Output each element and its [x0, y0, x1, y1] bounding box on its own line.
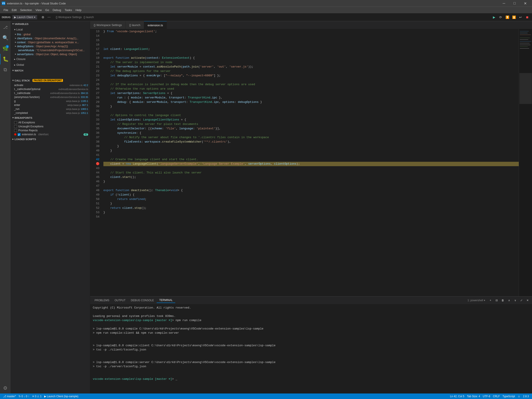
- settings-icon[interactable]: ⚙: [40, 14, 46, 20]
- search-icon[interactable]: 🔍: [0, 33, 11, 43]
- breakpoint-uncaught-exceptions[interactable]: Uncaught Exceptions: [12, 124, 89, 129]
- code-line: let clientOptions: LanguageClientOptions…: [103, 118, 519, 122]
- more-icon[interactable]: ⋯: [46, 14, 52, 20]
- call-stack-activate[interactable]: activate extension.ts 42:2: [12, 83, 89, 87]
- call-stack-callactivate[interactable]: t._callActivate extHostExtensionService.…: [12, 91, 89, 95]
- global-header[interactable]: ▸ Global: [12, 62, 89, 68]
- shell-selector[interactable]: 1: powershell ▾: [468, 299, 485, 302]
- call-stack-completed[interactable]: _completed winjs.base.js 1051:1: [12, 111, 89, 115]
- tab-terminal[interactable]: TERMINAL: [157, 298, 175, 303]
- step-out-button[interactable]: ⏫: [511, 14, 517, 20]
- minimize-button[interactable]: ─: [499, 0, 509, 7]
- tab-workspace-settings[interactable]: {} Workspace Settings: [90, 21, 126, 29]
- add-terminal-icon[interactable]: +: [488, 298, 493, 303]
- tab-problems[interactable]: PROBLEMS: [92, 298, 112, 303]
- launch-tab[interactable]: {} launch: [83, 16, 94, 19]
- loaded-scripts-header[interactable]: ▸ LOADED SCRIPTS: [11, 136, 90, 142]
- terminal-icons: 1: powershell ▾ + ⊟ 🗑 ∧ ∨ ⤢ ✕: [468, 298, 530, 303]
- step-over-button[interactable]: ⟳: [498, 14, 504, 20]
- restart-button[interactable]: ↩: [517, 14, 524, 20]
- menu-file[interactable]: File: [2, 7, 10, 12]
- terminal-line: > lsp-sample@1.0.0 compile:server C:\Use…: [93, 360, 529, 364]
- local-header[interactable]: ▾ Local: [12, 27, 89, 32]
- maximize-terminal-icon[interactable]: ⤢: [519, 298, 524, 303]
- breakpoint-all-exceptions[interactable]: All Exceptions: [12, 121, 89, 124]
- bp-checkbox-promise[interactable]: [14, 129, 17, 132]
- call-stack-anonymous[interactable]: (anonymous function) extHostExtensionSer…: [12, 95, 89, 99]
- sync-status[interactable]: ↻ 0 ↓ 0 ↑: [17, 393, 31, 399]
- terminal-prompt-line: vscode-extension-samples\lsp-sample [mas…: [93, 377, 529, 381]
- call-stack-g[interactable]: g winjs.base.js 1185:1: [12, 99, 89, 103]
- scroll-down-icon[interactable]: ∨: [513, 298, 518, 303]
- menu-go[interactable]: Go: [44, 7, 51, 12]
- bp-checkbox-extension[interactable]: [18, 133, 20, 136]
- stop-button[interactable]: ⏹: [524, 14, 530, 20]
- menu-edit[interactable]: Edit: [10, 7, 18, 12]
- code-line: [103, 166, 519, 171]
- breakpoint-extension-ts[interactable]: extension.ts client\src 42: [12, 132, 89, 136]
- delete-terminal-icon[interactable]: 🗑: [500, 298, 506, 303]
- branch-status[interactable]: ⎇ master*: [2, 393, 17, 399]
- activity-bar: ⎇ 🔍 🌿 1 🐛 ⧉ ⚙: [0, 21, 11, 393]
- code-line: }: [103, 148, 519, 153]
- errors-status[interactable]: ✕ 0 ⚠ 1: [31, 393, 43, 399]
- var-this[interactable]: ▸ this : global: [12, 32, 89, 37]
- watch-section-header[interactable]: ▾ WATCH: [11, 68, 90, 73]
- continue-button[interactable]: ▶: [491, 14, 497, 20]
- call-stack-enter[interactable]: enter winjs.base.js 867:1: [12, 103, 89, 107]
- close-button[interactable]: ✕: [520, 0, 530, 7]
- encoding[interactable]: UTF-8: [481, 395, 492, 398]
- svg-rect-5: [520, 38, 530, 38]
- debug-client-status[interactable]: ▶ Launch Client (lsp-sample): [43, 393, 80, 399]
- bp-checkbox-uncaught[interactable]: [14, 125, 17, 128]
- maximize-button[interactable]: □: [509, 0, 520, 7]
- tab-debug-console[interactable]: DEBUG CONSOLE: [128, 298, 157, 303]
- debug-icon[interactable]: 🐛: [0, 54, 11, 64]
- menu-selection[interactable]: Selection: [18, 7, 34, 12]
- call-stack-callactivateoptional[interactable]: t._callActivateOptional extHostExtension…: [12, 87, 89, 91]
- breakpoints-section-header[interactable]: ▾ BREAKPOINTS: [11, 115, 90, 121]
- source-control-icon[interactable]: 🌿 1: [0, 43, 11, 54]
- scroll-up-icon[interactable]: ∧: [506, 298, 512, 303]
- menu-tasks[interactable]: Tasks: [63, 7, 74, 12]
- tab-launch[interactable]: {} launch: [126, 21, 144, 29]
- code-line: let client: LanguageClient;: [103, 47, 519, 51]
- step-into-button[interactable]: ⏬: [504, 14, 510, 20]
- var-context[interactable]: ▸ context : Object {globalState: e, work…: [12, 40, 89, 44]
- cursor-position[interactable]: Ln 42, Col 5: [449, 395, 466, 398]
- terminal-content[interactable]: Copyright (C) Microsoft Corporation. All…: [90, 304, 532, 393]
- chevron-right-icon: ▸: [12, 138, 14, 141]
- tab-output[interactable]: OUTPUT: [112, 298, 128, 303]
- tab-size[interactable]: Tab Size: 4: [466, 395, 481, 398]
- code-lines[interactable]: } from 'vscode-languageclient'; let clie…: [101, 29, 519, 296]
- breakpoint-promise-rejects[interactable]: Promise Rejects: [12, 129, 89, 132]
- settings-icon[interactable]: ⚙: [0, 383, 11, 393]
- tab-extension-ts[interactable]: extension.ts: [144, 21, 167, 29]
- call-stack-run[interactable]: _run winjs.base.js 1083:1: [12, 107, 89, 111]
- feedback-icon[interactable]: ☺: [516, 395, 522, 398]
- var-debug-options[interactable]: ▸ debugOptions : Object {execArgv: Array…: [12, 44, 89, 48]
- menu-view[interactable]: View: [34, 7, 44, 12]
- menu-debug[interactable]: Debug: [51, 7, 63, 12]
- call-stack-section-header[interactable]: ▾ CALL STACK PAUSED ON BREAKPOINT: [11, 78, 90, 83]
- extensions-icon[interactable]: ⧉: [0, 64, 11, 75]
- code-line: } from 'vscode-languageclient';: [103, 29, 519, 34]
- var-server-module[interactable]: serverModule : "C:\Users\dirkb\Projects\…: [12, 48, 89, 52]
- terminal-line: [93, 368, 529, 373]
- version[interactable]: 2.8.3: [522, 395, 530, 398]
- line-ending[interactable]: CRLF: [492, 395, 501, 398]
- variables-section-header[interactable]: ▾ VARIABLES: [11, 21, 90, 27]
- var-server-options[interactable]: ▸ serverOptions : Object {run: Object, d…: [12, 52, 89, 56]
- workspace-settings-tab[interactable]: {} Workspace Settings: [56, 16, 82, 19]
- launch-client-button[interactable]: ▶ Launch Client ▾: [12, 15, 37, 19]
- split-terminal-icon[interactable]: ⊟: [494, 298, 499, 303]
- menu-help[interactable]: Help: [74, 7, 83, 12]
- explorer-icon[interactable]: ⎇: [0, 22, 11, 33]
- closure-header[interactable]: ▸ Closure: [12, 56, 89, 62]
- var-client-options[interactable]: ▸ clientOptions : Object {documentSelect…: [12, 37, 89, 40]
- close-terminal-icon[interactable]: ✕: [525, 298, 530, 303]
- bp-dot: [14, 133, 16, 135]
- bp-checkbox-all[interactable]: [14, 121, 17, 124]
- status-bar-right: Ln 42, Col 5 Tab Size: 4 UTF-8 CRLF Type…: [449, 395, 530, 398]
- language-mode[interactable]: TypeScript: [501, 395, 516, 398]
